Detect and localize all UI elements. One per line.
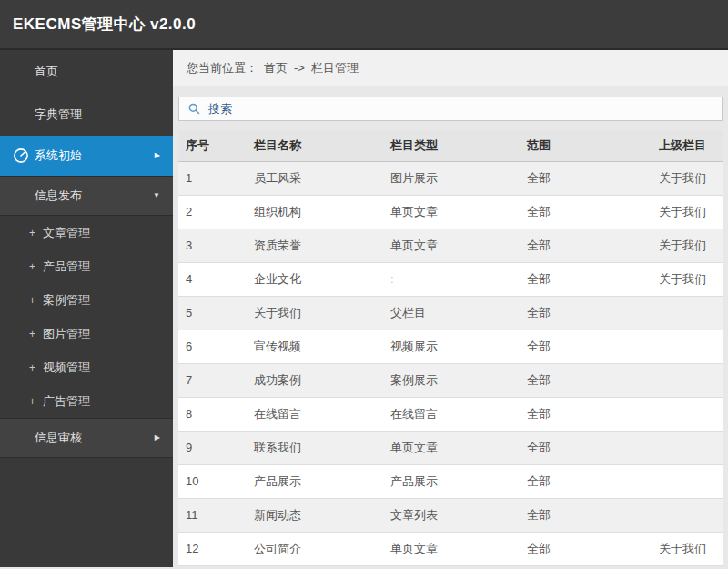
breadcrumb-prefix: 您当前位置： — [187, 60, 258, 76]
main-area: 您当前位置： 首页 -> 栏目管理 搜索 序号栏目名 — [173, 50, 728, 567]
table-cell: 在线留言 — [247, 397, 383, 431]
table-cell: 5 — [178, 296, 247, 330]
table-row: 3资质荣誉单页文章全部关于我们 — [178, 229, 723, 262]
content: 搜索 序号栏目名称栏目类型范围上级栏目 1员工风采图片展示全部关于我们2组织机构… — [173, 86, 728, 566]
table-cell: 产品展示 — [247, 464, 383, 498]
table-body: 1员工风采图片展示全部关于我们2组织机构单页文章全部关于我们3资质荣誉单页文章全… — [178, 161, 723, 565]
table-cell: 关于我们 — [652, 262, 723, 296]
chevron-right-icon: ▶ — [155, 152, 160, 159]
table-cell: 全部 — [520, 532, 652, 565]
table-cell: 单页文章 — [383, 195, 520, 229]
search-button[interactable]: 搜索 — [178, 97, 723, 121]
table-header: 序号栏目名称栏目类型范围上级栏目 — [178, 130, 723, 161]
sidebar-item-product-management[interactable]: +产品管理 — [0, 249, 173, 283]
table-cell: 2 — [178, 195, 247, 229]
column-header: 栏目名称 — [247, 130, 383, 161]
table-cell: 企业文化 — [247, 262, 383, 296]
table-row: 4企业文化:全部关于我们 — [178, 262, 723, 296]
table-cell: 公司简介 — [247, 532, 383, 565]
sidebar-item-article-management[interactable]: +文章管理 — [0, 216, 173, 249]
table-cell: 员工风采 — [247, 161, 383, 195]
app-title: EKECMS管理中心 v2.0.0 — [13, 14, 196, 35]
topbar: EKECMS管理中心 v2.0.0 — [0, 0, 728, 50]
search-label: 搜索 — [208, 101, 232, 117]
table-cell: 资质荣誉 — [247, 229, 383, 262]
table-cell: 关于我们 — [652, 195, 723, 229]
sidebar-item-info-review[interactable]: 信息审核▶ — [0, 418, 173, 458]
plus-icon: + — [29, 294, 43, 307]
sidebar-item-label: 视频管理 — [43, 360, 90, 376]
table-cell: 3 — [178, 229, 247, 262]
table-cell: 全部 — [520, 262, 652, 296]
columns-table: 序号栏目名称栏目类型范围上级栏目 1员工风采图片展示全部关于我们2组织机构单页文… — [178, 130, 723, 566]
table-cell: 7 — [178, 363, 247, 397]
breadcrumb-separator: -> — [294, 61, 305, 75]
breadcrumb-home-link[interactable]: 首页 — [264, 60, 288, 76]
sidebar-item-image-management[interactable]: +图片管理 — [0, 317, 173, 351]
table-cell: 12 — [178, 532, 247, 565]
table-cell — [652, 431, 723, 464]
sidebar-item-video-management[interactable]: +视频管理 — [0, 351, 173, 384]
table-cell: 单页文章 — [383, 431, 520, 464]
plus-icon: + — [29, 395, 43, 408]
table-cell: 关于我们 — [247, 296, 383, 330]
gauge-icon — [12, 147, 30, 165]
table-cell: 10 — [178, 464, 247, 498]
sidebar-item-system-init[interactable]: 系统初始▶ — [0, 136, 173, 176]
table-cell: 成功案例 — [247, 363, 383, 397]
table-cell — [652, 498, 723, 532]
table-cell: 6 — [178, 330, 247, 363]
sidebar-item-label: 案例管理 — [43, 292, 90, 309]
table-cell: 8 — [178, 397, 247, 431]
table-header-row: 序号栏目名称栏目类型范围上级栏目 — [178, 130, 723, 161]
column-header: 范围 — [520, 130, 652, 161]
sidebar-item-ad-management[interactable]: +广告管理 — [0, 384, 173, 418]
table-cell — [652, 464, 723, 498]
table-cell: 新闻动态 — [247, 498, 383, 532]
sidebar-item-label: 产品管理 — [43, 259, 90, 275]
table-cell: 视频展示 — [383, 330, 520, 363]
table-row: 2组织机构单页文章全部关于我们 — [178, 195, 723, 229]
table-cell: 图片展示 — [383, 161, 520, 195]
sidebar-item-label: 信息审核 — [35, 430, 82, 446]
column-header: 栏目类型 — [383, 130, 520, 161]
sidebar-item-dictionary-management[interactable]: 字典管理 — [0, 93, 173, 136]
table-cell: : — [383, 262, 520, 296]
table-cell: 全部 — [520, 296, 652, 330]
table-cell: 关于我们 — [652, 229, 723, 262]
table-row: 10产品展示产品展示全部 — [178, 464, 723, 498]
sidebar-item-label: 广告管理 — [43, 393, 90, 410]
sidebar-item-info-publish[interactable]: 信息发布▼ — [0, 176, 173, 216]
sidebar-item-home[interactable]: 首页 — [0, 50, 173, 93]
table-row: 5关于我们父栏目全部 — [178, 296, 723, 330]
table-cell: 关于我们 — [652, 161, 723, 195]
sidebar-item-label: 图片管理 — [43, 326, 90, 342]
sidebar-item-label: 文章管理 — [43, 225, 90, 241]
table-cell: 9 — [178, 431, 247, 464]
table-cell — [652, 397, 723, 431]
table-cell: 11 — [178, 498, 247, 532]
table-cell: 案例展示 — [383, 363, 520, 397]
table-cell: 全部 — [520, 498, 652, 532]
table-cell — [652, 330, 723, 363]
table-cell: 单页文章 — [383, 532, 520, 565]
table-cell: 文章列表 — [383, 498, 520, 532]
table-cell: 全部 — [520, 397, 652, 431]
table-row: 1员工风采图片展示全部关于我们 — [178, 161, 723, 195]
breadcrumb-current: 栏目管理 — [311, 60, 359, 76]
layout: 首页字典管理系统初始▶信息发布▼+文章管理+产品管理+案例管理+图片管理+视频管… — [0, 50, 728, 567]
table-cell: 1 — [178, 161, 247, 195]
table-cell: 4 — [178, 262, 247, 296]
sidebar-menu: 首页字典管理系统初始▶信息发布▼+文章管理+产品管理+案例管理+图片管理+视频管… — [0, 50, 173, 567]
table-cell: 父栏目 — [383, 296, 520, 330]
table-cell: 宣传视频 — [247, 330, 383, 363]
table-cell — [652, 363, 723, 397]
table-row: 7成功案例案例展示全部 — [178, 363, 723, 397]
table-cell: 产品展示 — [383, 464, 520, 498]
search-icon — [187, 102, 201, 116]
table-cell: 联系我们 — [247, 431, 383, 464]
sidebar-item-label: 首页 — [35, 64, 58, 80]
table-cell: 全部 — [520, 161, 652, 195]
table-cell — [652, 296, 723, 330]
sidebar-item-case-management[interactable]: +案例管理 — [0, 283, 173, 317]
